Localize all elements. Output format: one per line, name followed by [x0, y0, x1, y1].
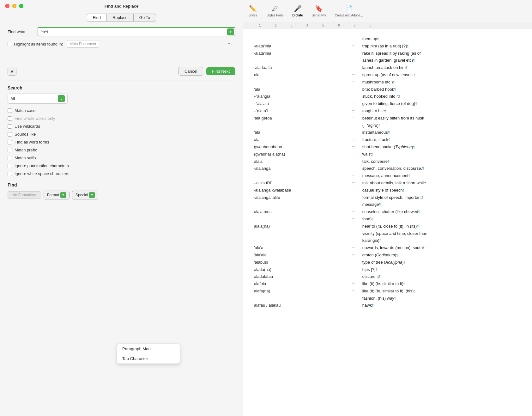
- search-dropdown[interactable]: All ⌄: [8, 94, 68, 104]
- tab-find[interactable]: Find: [87, 14, 107, 21]
- toolbar-item-sensitivity[interactable]: 🔖 Sensitivity: [307, 0, 330, 22]
- definition-cell: discard it¶: [361, 273, 523, 280]
- word-cell: [253, 57, 346, 64]
- arrow-cell: →: [346, 223, 361, 230]
- arrow-cell: →: [346, 158, 361, 165]
- cancel-button[interactable]: Cancel: [178, 67, 203, 76]
- maximize-button[interactable]: [19, 4, 23, 8]
- all-forms-checkbox[interactable]: [8, 140, 12, 144]
- highlight-label: Highlight all items found in:: [14, 42, 63, 46]
- find-input-wrapper: [38, 27, 235, 36]
- word-cell: (gwauna) ala(na): [253, 151, 346, 158]
- table-row: 'ala→instantaneous¶: [253, 129, 523, 136]
- toolbar-item-styles[interactable]: ✏️ Styles: [243, 0, 262, 22]
- table-row: 'ala geroa→betelnut easily bitten from i…: [253, 115, 523, 122]
- tab-bar: Find Replace Go To: [0, 12, 243, 25]
- table-row: ··'alangia→stuck, hooked into it¶: [253, 93, 523, 100]
- styles-pane-icon: 🖊: [272, 5, 278, 12]
- find-input-dropdown-icon[interactable]: [227, 28, 234, 35]
- arrow-cell: →: [346, 144, 361, 151]
- sensitivity-icon: 🔖: [315, 5, 323, 12]
- word-cell: [253, 237, 346, 244]
- match-prefix-label: Match prefix: [15, 148, 37, 152]
- find-next-button[interactable]: Find Next: [206, 67, 235, 75]
- close-button[interactable]: [5, 4, 9, 8]
- table-row: ·alata'inia→rake it, spread it by raking…: [253, 50, 523, 57]
- find-bottom-title: Find: [8, 182, 235, 187]
- arrow-cell: →: [346, 43, 361, 50]
- toolbar-item-styles-pane[interactable]: 🖊 Styles Pane: [262, 0, 288, 22]
- arrow-cell: [346, 57, 361, 64]
- word-cell: alafau / alakau: [253, 302, 346, 309]
- match-case-checkbox[interactable]: [8, 108, 12, 113]
- special-button[interactable]: Special ▼: [72, 191, 98, 199]
- definition-cell: food)¶: [361, 216, 523, 223]
- word-cell: alada(na): [253, 266, 346, 273]
- arrow-cell: →: [346, 259, 361, 266]
- find-input[interactable]: [38, 27, 235, 36]
- ignore-punct-checkbox[interactable]: [8, 164, 12, 168]
- arrow-cell: →: [346, 252, 361, 259]
- definition-cell: launch an attack on him¶: [361, 64, 523, 71]
- find-bottom-section: Find No Formatting Format ▼ Special ▼: [8, 182, 235, 199]
- definition-cell: given to biting, fierce (of dog)¶: [361, 100, 523, 107]
- search-dropdown-arrow-icon: ⌄: [58, 95, 65, 102]
- definition-cell: (= 'agiru)¶: [361, 122, 523, 129]
- toolbar-item-dictate[interactable]: 🎤 Dictate: [288, 0, 307, 22]
- option-match-prefix: Match prefix: [8, 148, 235, 152]
- arrow-cell: →: [346, 208, 361, 216]
- tab-replace[interactable]: Replace: [107, 14, 134, 21]
- arrow-cell: →: [346, 237, 361, 244]
- word-cell: [253, 122, 346, 129]
- tab-goto[interactable]: Go To: [134, 14, 156, 21]
- word-cell: [253, 295, 346, 302]
- word-cell: ··'alangia: [253, 93, 346, 100]
- match-suffix-checkbox[interactable]: [8, 156, 12, 160]
- search-dropdown-wrapper: All ⌄: [8, 94, 235, 104]
- document-panel: ✏️ Styles 🖊 Styles Pane 🎤 Dictate 🔖 Sens…: [243, 0, 532, 416]
- highlight-checkbox[interactable]: [8, 42, 12, 46]
- word-cell: [253, 201, 346, 208]
- whole-words-checkbox[interactable]: [8, 116, 12, 121]
- table-row: 'alabusi→type of tree (Acalypha)¶: [253, 259, 523, 266]
- table-row: message¶: [253, 201, 523, 208]
- table-row: 'ala'a→upwards, inwards (motion); south¶: [253, 244, 523, 252]
- table-row: them up¶: [253, 35, 523, 43]
- title-bar: Find and Replace: [0, 0, 243, 12]
- ignore-space-checkbox[interactable]: [8, 172, 12, 176]
- word-cell: aladalafaa: [253, 273, 346, 280]
- word-cell: alafaia: [253, 280, 346, 288]
- option-match-suffix: Match suffix: [8, 156, 235, 160]
- definition-cell: type of tree (Acalypha)¶: [361, 259, 523, 266]
- highlight-checkbox-wrapper: Highlight all items found in:: [8, 42, 63, 46]
- table-row: ala→fracture, crack¶: [253, 136, 523, 144]
- minimize-button[interactable]: [12, 4, 16, 8]
- toolbar-item-create-adobe[interactable]: 📄 Create and Adobe...: [330, 0, 367, 22]
- word-cell: gwaubonobono: [253, 144, 346, 151]
- all-forms-label: Find all word forms: [15, 140, 49, 144]
- styles-icon: ✏️: [249, 5, 257, 12]
- highlight-select[interactable]: Main Document: [67, 40, 99, 48]
- ruler: 1 2 3 4 5 6 7 8: [243, 22, 532, 29]
- find-replace-dialog: Find and Replace Find Replace Go To Find…: [0, 0, 243, 416]
- definition-cell: message, announcement¶: [361, 172, 523, 180]
- collapse-button[interactable]: [8, 67, 16, 76]
- definition-cell: talk, converse¶: [361, 158, 523, 165]
- ignore-space-label: Ignore white space characters: [15, 171, 69, 176]
- dropdown-item-paragraph-mark[interactable]: Paragraph Mark: [117, 344, 180, 354]
- arrow-cell: [346, 201, 361, 208]
- sounds-like-checkbox[interactable]: [8, 132, 12, 137]
- match-prefix-checkbox[interactable]: [8, 148, 12, 152]
- toolbar: ✏️ Styles 🖊 Styles Pane 🎤 Dictate 🔖 Sens…: [243, 0, 532, 22]
- wildcards-checkbox[interactable]: [8, 124, 12, 129]
- definition-cell: croton (Codiaeum)¶: [361, 252, 523, 259]
- word-cell: ·alata'inia: [253, 50, 346, 57]
- word-cell: 'ala: [253, 129, 346, 136]
- buttons-row: Cancel Find Next: [8, 67, 235, 76]
- arrow-cell: →: [346, 100, 361, 107]
- word-cell: [253, 230, 346, 237]
- dropdown-item-tab-character[interactable]: Tab Character: [117, 354, 180, 364]
- format-button[interactable]: Format ▼: [44, 191, 70, 199]
- word-cell: 'ala: [253, 86, 346, 93]
- document-content[interactable]: them up¶·alata'inia→trap him (as in a ra…: [243, 29, 532, 416]
